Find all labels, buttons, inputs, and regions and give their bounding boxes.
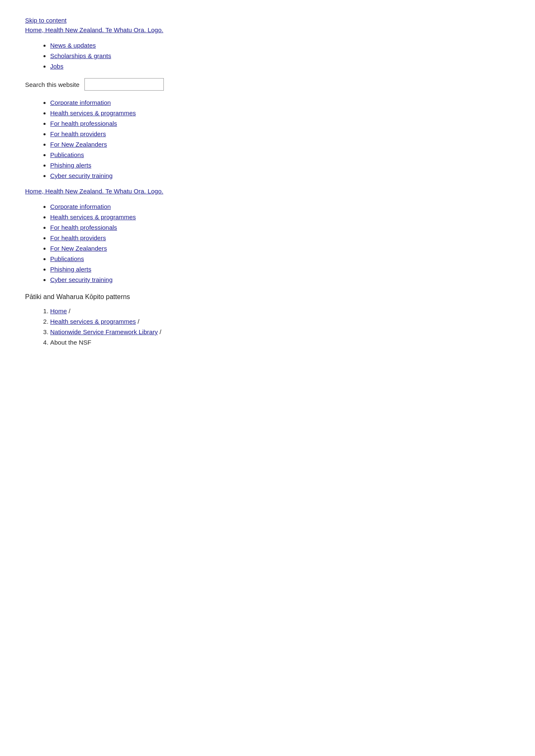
search-section: Search this website [25,78,510,91]
list-item: For health providers [50,130,510,137]
nav-link[interactable]: For health providers [50,234,106,241]
breadcrumb-item: Health services & programmes / [50,318,510,325]
list-item: For health professionals [50,224,510,231]
breadcrumb-link[interactable]: Nationwide Service Framework Library [50,328,158,335]
nav-link[interactable]: Jobs [50,63,64,70]
breadcrumb-item: Home / [50,307,510,315]
breadcrumb-link[interactable]: Home [50,307,67,315]
nav-link[interactable]: Phishing alerts [50,162,91,169]
search-label: Search this website [25,81,79,88]
list-item: For New Zealanders [50,141,510,148]
list-item: Publications [50,151,510,158]
list-item: Health services & programmes [50,109,510,117]
nav-link[interactable]: Corporate information [50,203,111,210]
breadcrumb-separator: / [136,318,139,325]
nav-link[interactable]: Health services & programmes [50,213,136,221]
home-logo-link-1[interactable]: Home, Health New Zealand. Te Whatu Ora. … [25,26,510,33]
breadcrumb-item: About the NSF [50,339,510,346]
breadcrumb-list: Home /Health services & programmes /Nati… [25,307,510,346]
list-item: For New Zealanders [50,245,510,252]
top-nav-list: News & updates Scholarships & grants Job… [25,42,510,70]
list-item: Jobs [50,63,510,70]
nav-link[interactable]: Publications [50,255,84,262]
list-item: Publications [50,255,510,262]
breadcrumb-link[interactable]: Health services & programmes [50,318,136,325]
nav-link[interactable]: For health professionals [50,120,117,127]
nav-link[interactable]: For health providers [50,130,106,137]
list-item: For health professionals [50,120,510,127]
nav-link[interactable]: For New Zealanders [50,245,107,252]
list-item: Corporate information [50,99,510,106]
nav-link[interactable]: Publications [50,151,84,158]
breadcrumb-separator: / [67,307,70,315]
home-logo-link-2[interactable]: Home, Health New Zealand. Te Whatu Ora. … [25,188,510,195]
pattern-title: Pātiki and Waharua Kōpito patterns [25,293,510,301]
search-input[interactable] [84,78,164,91]
list-item: Scholarships & grants [50,52,510,59]
list-item: For health providers [50,234,510,241]
breadcrumb-current: About the NSF [50,339,91,346]
skip-to-content-link[interactable]: Skip to content [25,17,510,24]
nav-link[interactable]: Phishing alerts [50,266,91,273]
nav-link[interactable]: Corporate information [50,99,111,106]
nav-link[interactable]: Health services & programmes [50,109,136,117]
list-item: Cyber security training [50,172,510,179]
list-item: Cyber security training [50,276,510,283]
list-item: Phishing alerts [50,266,510,273]
breadcrumb-item: Nationwide Service Framework Library / [50,328,510,335]
main-nav-list-1: Corporate information Health services & … [25,99,510,179]
nav-link[interactable]: News & updates [50,42,96,49]
nav-link[interactable]: Cyber security training [50,276,112,283]
nav-link[interactable]: For New Zealanders [50,141,107,148]
nav-link[interactable]: Cyber security training [50,172,112,179]
breadcrumb-separator: / [158,328,161,335]
main-nav-list-2: Corporate informationHealth services & p… [25,203,510,283]
list-item: Phishing alerts [50,162,510,169]
list-item: News & updates [50,42,510,49]
list-item: Health services & programmes [50,213,510,221]
list-item: Corporate information [50,203,510,210]
nav-link[interactable]: Scholarships & grants [50,52,111,59]
nav-link[interactable]: For health professionals [50,224,117,231]
